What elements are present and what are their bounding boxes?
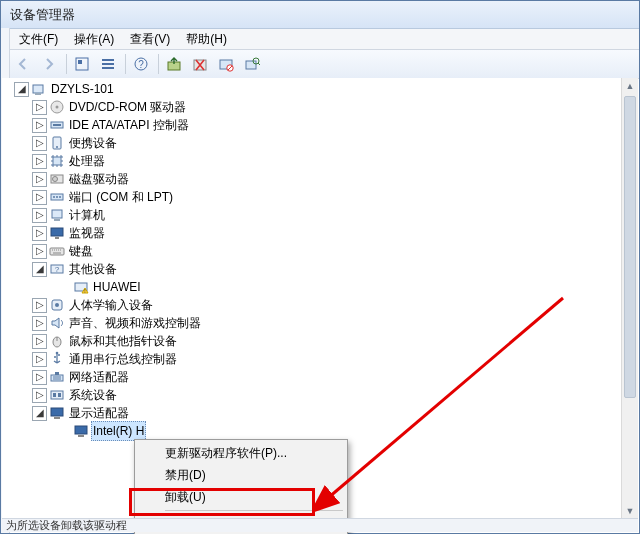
tree-node-cat-15[interactable]: ▷系统设备: [14, 386, 638, 404]
expand-toggle[interactable]: ▷: [32, 208, 47, 223]
toolbar-sep: [125, 54, 126, 74]
expand-toggle[interactable]: ▷: [32, 100, 47, 115]
expand-toggle[interactable]: ▷: [32, 190, 47, 205]
tree-node-cat-5[interactable]: ▷端口 (COM 和 LPT): [14, 188, 638, 206]
menu-action[interactable]: 操作(A): [66, 29, 122, 49]
expand-toggle[interactable]: ▷: [32, 154, 47, 169]
svg-rect-18: [53, 124, 61, 126]
tree-node-label: Intel(R) H: [91, 421, 146, 441]
ctx-uninstall[interactable]: 卸载(U): [137, 486, 345, 508]
scroll-down-icon[interactable]: ▼: [622, 503, 638, 519]
svg-rect-13: [33, 85, 43, 93]
svg-rect-50: [78, 435, 84, 437]
expand-toggle[interactable]: ▷: [32, 136, 47, 151]
tree-node-root[interactable]: ◢DZYLS-101: [14, 80, 638, 98]
view-style-button[interactable]: [96, 52, 120, 76]
svg-point-20: [56, 146, 58, 148]
tree-node-label: 显示适配器: [67, 404, 131, 422]
expand-toggle[interactable]: ◢: [32, 262, 47, 277]
tree-node-label: DVD/CD-ROM 驱动器: [67, 98, 188, 116]
tree-node-cat-7[interactable]: ▷监视器: [14, 224, 638, 242]
titlebar: 设备管理器: [1, 1, 639, 29]
menu-file[interactable]: 文件(F): [11, 29, 66, 49]
svg-point-41: [56, 352, 59, 355]
tree-node-cat-9[interactable]: ◢?其他设备: [14, 260, 638, 278]
sys-icon: [49, 387, 65, 403]
tree-node-label: 便携设备: [67, 134, 119, 152]
forward-button[interactable]: [37, 52, 61, 76]
hid-icon: [49, 297, 65, 313]
tree-node-cat-2[interactable]: ▷便携设备: [14, 134, 638, 152]
menu-help[interactable]: 帮助(H): [178, 29, 235, 49]
cpu-icon: [49, 153, 65, 169]
menubar: 文件(F) 操作(A) 查看(V) 帮助(H): [1, 29, 639, 50]
tree-node-cat-3[interactable]: ▷处理器: [14, 152, 638, 170]
tree-node-cat-8[interactable]: ▷键盘: [14, 242, 638, 260]
update-driver-button[interactable]: [162, 52, 186, 76]
back-button[interactable]: [11, 52, 35, 76]
svg-rect-44: [51, 391, 63, 399]
tree-node-cat-11[interactable]: ▷声音、视频和游戏控制器: [14, 314, 638, 332]
tree-node-label: IDE ATA/ATAPI 控制器: [67, 116, 191, 134]
tree-node-cat-6[interactable]: ▷计算机: [14, 206, 638, 224]
ctx-update-driver[interactable]: 更新驱动程序软件(P)...: [137, 442, 345, 464]
help-button[interactable]: ?: [129, 52, 153, 76]
sound-icon: [49, 315, 65, 331]
usb-icon: [49, 351, 65, 367]
portable-icon: [49, 135, 65, 151]
tree-node-cat-0[interactable]: ▷DVD/CD-ROM 驱动器: [14, 98, 638, 116]
tree-node-cat-13[interactable]: ▷通用串行总线控制器: [14, 350, 638, 368]
expand-toggle[interactable]: ▷: [32, 226, 47, 241]
expand-toggle[interactable]: ▷: [32, 352, 47, 367]
scroll-thumb[interactable]: [624, 96, 636, 398]
expand-toggle[interactable]: ▷: [32, 370, 47, 385]
svg-rect-48: [54, 417, 60, 419]
tree-node-label: 磁盘驱动器: [67, 170, 131, 188]
expand-toggle: [56, 424, 71, 439]
expand-toggle[interactable]: ▷: [32, 388, 47, 403]
scan-hardware-button[interactable]: [240, 52, 264, 76]
port-icon: [49, 189, 65, 205]
tree-node-cat-9-child-0[interactable]: !HUAWEI: [14, 278, 638, 296]
tree-node-cat-14[interactable]: ▷网络适配器: [14, 368, 638, 386]
expand-toggle[interactable]: ▷: [32, 244, 47, 259]
vertical-scrollbar[interactable]: ▲ ▼: [621, 78, 638, 519]
root-icon: [31, 81, 47, 97]
tree-node-label: 键盘: [67, 242, 95, 260]
uninstall-button[interactable]: [188, 52, 212, 76]
expand-toggle: [56, 280, 71, 295]
tree-node-cat-12[interactable]: ▷鼠标和其他指针设备: [14, 332, 638, 350]
svg-rect-14: [35, 93, 41, 95]
other-icon: ?: [49, 261, 65, 277]
toolbar-sep: [158, 54, 159, 74]
tree-node-cat-16[interactable]: ◢显示适配器: [14, 404, 638, 422]
svg-rect-29: [54, 219, 60, 221]
tree-node-cat-1[interactable]: ▷IDE ATA/ATAPI 控制器: [14, 116, 638, 134]
tree-node-cat-4[interactable]: ▷磁盘驱动器: [14, 170, 638, 188]
expand-toggle[interactable]: ◢: [32, 406, 47, 421]
disc-icon: [49, 99, 65, 115]
svg-rect-3: [102, 63, 114, 65]
expand-toggle[interactable]: ▷: [32, 334, 47, 349]
expand-toggle[interactable]: ▷: [32, 172, 47, 187]
show-connections-button[interactable]: [70, 52, 94, 76]
tree-node-cat-16-child-0[interactable]: Intel(R) H: [14, 422, 638, 440]
disable-button[interactable]: [214, 52, 238, 76]
tree-node-cat-10[interactable]: ▷人体学输入设备: [14, 296, 638, 314]
svg-point-16: [56, 106, 59, 109]
expand-toggle[interactable]: ◢: [14, 82, 29, 97]
tree-node-label: 声音、视频和游戏控制器: [67, 314, 203, 332]
ctx-separator: [165, 510, 343, 511]
svg-rect-45: [53, 393, 56, 397]
scroll-up-icon[interactable]: ▲: [622, 78, 638, 94]
tree-node-label: DZYLS-101: [49, 80, 116, 98]
expand-toggle[interactable]: ▷: [32, 316, 47, 331]
svg-rect-11: [246, 61, 256, 69]
svg-rect-42: [51, 375, 63, 381]
svg-rect-46: [58, 393, 61, 397]
menu-view[interactable]: 查看(V): [122, 29, 178, 49]
expand-toggle[interactable]: ▷: [32, 298, 47, 313]
expand-toggle[interactable]: ▷: [32, 118, 47, 133]
tree-node-label: 端口 (COM 和 LPT): [67, 188, 175, 206]
ctx-disable[interactable]: 禁用(D): [137, 464, 345, 486]
